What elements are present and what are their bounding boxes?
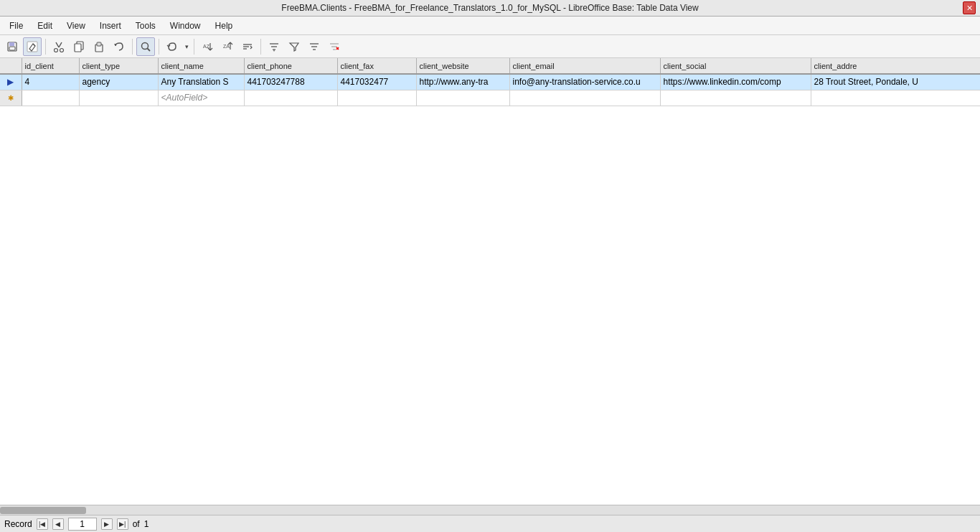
client-name-col[interactable]: client_name [158, 58, 244, 74]
menu-edit[interactable]: Edit [31, 19, 59, 33]
row-indicator-cell: ▶ [0, 74, 22, 90]
client-address-new-cell[interactable] [811, 90, 980, 106]
menu-window[interactable]: Window [164, 19, 207, 33]
nav-next-button[interactable]: ▶ [101, 518, 113, 530]
client-website-new-cell[interactable] [416, 90, 509, 106]
data-table: id_client client_type client_name client… [0, 58, 980, 106]
title-text: FreeBMA.Clients - FreeBMA_for_Freelance_… [281, 3, 698, 13]
save-button[interactable] [3, 37, 22, 56]
nav-prev-button[interactable]: ◀ [52, 518, 64, 530]
svg-line-11 [148, 48, 151, 51]
client-email-cell[interactable]: info@any-translation-service.co.u [509, 74, 660, 90]
hscroll-track[interactable] [0, 505, 980, 515]
record-number-input[interactable] [68, 518, 97, 531]
client-name-new-cell[interactable]: <AutoField> [158, 90, 244, 106]
svg-text:ZA: ZA [223, 44, 230, 49]
record-label: Record [4, 519, 32, 529]
row-indicator-col [0, 58, 22, 74]
paste-button[interactable] [90, 37, 108, 56]
menu-insert[interactable]: Insert [93, 19, 128, 33]
new-row-icon: ✱ [8, 94, 14, 102]
hscroll-thumb[interactable] [0, 507, 86, 514]
client-type-new-cell[interactable] [79, 90, 158, 106]
menubar: File Edit View Insert Tools Window Help [0, 17, 980, 35]
autofilter-button[interactable] [265, 37, 283, 56]
client-fax-col[interactable]: client_fax [337, 58, 416, 74]
id-client-new-cell[interactable] [22, 90, 79, 106]
client-address-cell[interactable]: 28 Trout Street, Pondale, U [811, 74, 980, 90]
table-row-new[interactable]: ✱ <AutoField> [0, 90, 980, 106]
client-social-new-cell[interactable] [660, 90, 811, 106]
sep-1 [45, 39, 46, 55]
edit-button[interactable] [23, 37, 42, 56]
row-indicator-new: ✱ [0, 90, 22, 106]
col-resize-5[interactable] [413, 58, 416, 73]
sort-za-button[interactable]: ZA [218, 37, 237, 56]
sort-az-button[interactable]: AZ [198, 37, 217, 56]
client-email-col[interactable]: client_email [509, 58, 660, 74]
svg-rect-7 [75, 44, 81, 52]
client-type-cell[interactable]: agency [79, 74, 158, 90]
col-resize-1[interactable] [76, 58, 79, 73]
filter-button[interactable] [305, 37, 324, 56]
toolbar: ▾ AZ ZA [0, 35, 980, 58]
row-arrow-icon: ▶ [7, 77, 14, 87]
undo-button[interactable] [110, 37, 128, 56]
client-type-col[interactable]: client_type [79, 58, 158, 74]
cut-button[interactable] [50, 37, 68, 56]
svg-point-5 [60, 48, 64, 52]
total-records: 1 [144, 519, 149, 529]
svg-point-4 [55, 48, 58, 52]
nav-last-button[interactable]: ▶| [117, 518, 128, 530]
col-resize-7[interactable] [657, 58, 660, 73]
svg-rect-9 [97, 42, 101, 46]
search-button[interactable] [136, 37, 155, 56]
svg-text:AZ: AZ [203, 44, 210, 49]
client-fax-new-cell[interactable] [337, 90, 416, 106]
refresh-dropdown[interactable]: ▾ [183, 37, 190, 56]
client-phone-cell[interactable]: 441703247788 [244, 74, 337, 90]
id-client-cell[interactable]: 4 [22, 74, 79, 90]
client-name-cell[interactable]: Any Translation S [158, 74, 244, 90]
sort-custom-button[interactable] [238, 37, 257, 56]
client-website-cell[interactable]: http://www.any-tra [416, 74, 509, 90]
of-label: of [133, 519, 140, 529]
sep-3 [159, 39, 159, 55]
client-social-cell[interactable]: https://www.linkedin.com/comp [660, 74, 811, 90]
id-client-col[interactable]: id_client [22, 58, 79, 74]
std-filter-button[interactable] [285, 37, 303, 56]
refresh-button[interactable] [163, 37, 182, 56]
menu-help[interactable]: Help [209, 19, 240, 33]
col-resize-3[interactable] [241, 58, 244, 73]
col-resize-8[interactable] [808, 58, 811, 73]
client-phone-col[interactable]: client_phone [244, 58, 337, 74]
col-resize-2[interactable] [155, 58, 158, 73]
client-email-new-cell[interactable] [509, 90, 660, 106]
table-area: id_client client_type client_name client… [0, 58, 980, 513]
titlebar: FreeBMA.Clients - FreeBMA_for_Freelance_… [0, 0, 980, 17]
client-social-col[interactable]: client_social [660, 58, 811, 74]
col-resize-6[interactable] [507, 58, 509, 73]
client-address-col[interactable]: client_addre [811, 58, 980, 74]
menu-tools[interactable]: Tools [129, 19, 162, 33]
table-header-row: id_client client_type client_name client… [0, 58, 980, 74]
horizontal-scrollbar[interactable] [0, 505, 980, 515]
client-phone-new-cell[interactable] [244, 90, 337, 106]
statusbar: Record |◀ ◀ ▶ ▶| of 1 [0, 515, 980, 532]
svg-rect-1 [9, 42, 14, 46]
svg-rect-2 [9, 47, 15, 50]
table-row[interactable]: ▶ 4 agency Any Translation S 44170324778… [0, 74, 980, 90]
sep-4 [194, 39, 194, 55]
menu-file[interactable]: File [3, 19, 29, 33]
sep-2 [132, 39, 133, 55]
menu-view[interactable]: View [60, 19, 92, 33]
client-website-col[interactable]: client_website [416, 58, 509, 74]
client-fax-cell[interactable]: 4417032477 [337, 74, 416, 90]
close-button[interactable]: ✕ [963, 1, 976, 14]
svg-point-10 [142, 42, 149, 49]
sep-5 [260, 39, 261, 55]
nav-first-button[interactable]: |◀ [37, 518, 48, 530]
copy-button[interactable] [70, 37, 88, 56]
remove-filter-button[interactable] [325, 37, 344, 56]
col-resize-4[interactable] [334, 58, 337, 73]
